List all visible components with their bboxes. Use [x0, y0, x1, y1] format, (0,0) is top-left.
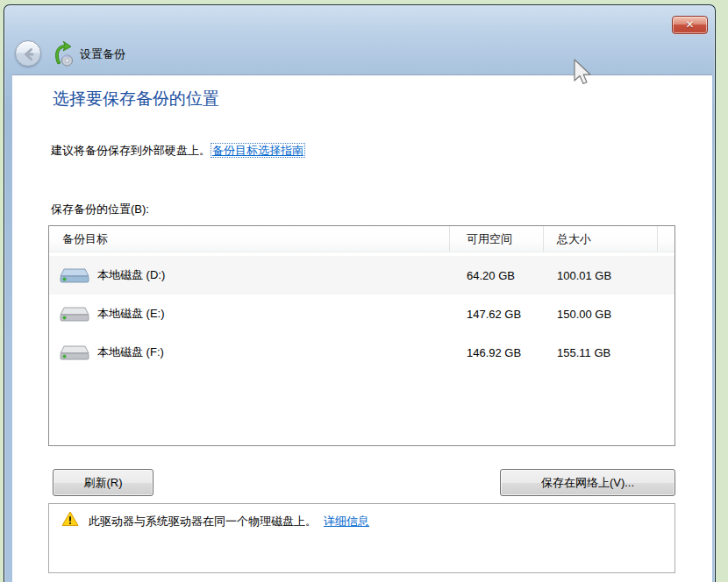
- back-arrow-icon: [20, 46, 38, 63]
- suggestion-text: 建议将备份保存到外部硬盘上。: [51, 144, 211, 157]
- hard-disk-icon: [59, 263, 90, 287]
- warning-line: 此驱动器与系统驱动器在同一个物理磁盘上。详细信息: [89, 514, 369, 529]
- refresh-button[interactable]: 刷新(R): [53, 469, 153, 496]
- table-header-row: 备份目标 可用空间 总大小: [49, 226, 674, 252]
- drive-total-size: 155.11 GB: [544, 346, 658, 359]
- table-body: 本地磁盘 (D:) 64.20 GB 100.01 GB 本地磁盘 (E:): [49, 252, 674, 372]
- backup-wizard-window: ✕ 设置备份 选择要保存备份的位置 建议将备份保存到外部硬盘上。备份目标选择指南…: [4, 4, 716, 582]
- details-link[interactable]: 详细信息: [324, 515, 369, 528]
- desktop: { "window": { "close_glyph": "✕" }, "nav…: [0, 0, 728, 582]
- column-header-free-space[interactable]: 可用空间: [450, 226, 544, 252]
- table-row-drive-e[interactable]: 本地磁盘 (E:) 147.62 GB 150.00 GB: [49, 295, 674, 333]
- warning-triangle-icon: [61, 511, 79, 527]
- hard-disk-icon: [59, 302, 90, 326]
- drive-total-size: 150.00 GB: [544, 308, 658, 321]
- titlebar: ✕: [4, 5, 715, 34]
- backup-app-icon: [52, 40, 75, 67]
- hard-disk-icon: [59, 340, 90, 365]
- close-button[interactable]: ✕: [672, 16, 708, 34]
- content-area: 选择要保存备份的位置 建议将备份保存到外部硬盘上。备份目标选择指南 保存备份的位…: [12, 75, 712, 582]
- column-header-target[interactable]: 备份目标: [49, 226, 450, 252]
- back-button[interactable]: [15, 40, 41, 67]
- save-on-network-button[interactable]: 保存在网络上(V)...: [500, 469, 675, 496]
- backup-guide-link[interactable]: 备份目标选择指南: [211, 143, 305, 158]
- warning-text: 此驱动器与系统驱动器在同一个物理磁盘上。: [89, 515, 317, 528]
- table-row-drive-f[interactable]: 本地磁盘 (F:) 146.92 GB 155.11 GB: [49, 333, 674, 372]
- drive-free-space: 147.62 GB: [450, 308, 544, 321]
- drive-free-space: 64.20 GB: [450, 269, 544, 282]
- drive-total-size: 100.01 GB: [544, 269, 658, 282]
- navigation-bar: 设置备份: [4, 34, 715, 75]
- column-header-total-size[interactable]: 总大小: [544, 226, 658, 252]
- column-header-filler: [658, 226, 674, 252]
- drive-name: 本地磁盘 (D:): [97, 267, 165, 283]
- warning-panel: 此驱动器与系统驱动器在同一个物理磁盘上。详细信息: [48, 503, 675, 573]
- destination-list-label: 保存备份的位置(B):: [51, 202, 149, 217]
- drive-name: 本地磁盘 (F:): [97, 344, 164, 360]
- drive-name: 本地磁盘 (E:): [97, 306, 165, 322]
- step-heading: 选择要保存备份的位置: [53, 88, 219, 110]
- page-title: 设置备份: [80, 46, 125, 62]
- drive-free-space: 146.92 GB: [450, 346, 544, 359]
- backup-destination-table: 备份目标 可用空间 总大小 本地磁盘 (D:) 64.20 GB: [48, 225, 675, 446]
- close-icon: ✕: [685, 18, 694, 31]
- table-row-drive-d[interactable]: 本地磁盘 (D:) 64.20 GB 100.01 GB: [49, 256, 674, 295]
- suggestion-line: 建议将备份保存到外部硬盘上。备份目标选择指南: [51, 143, 305, 159]
